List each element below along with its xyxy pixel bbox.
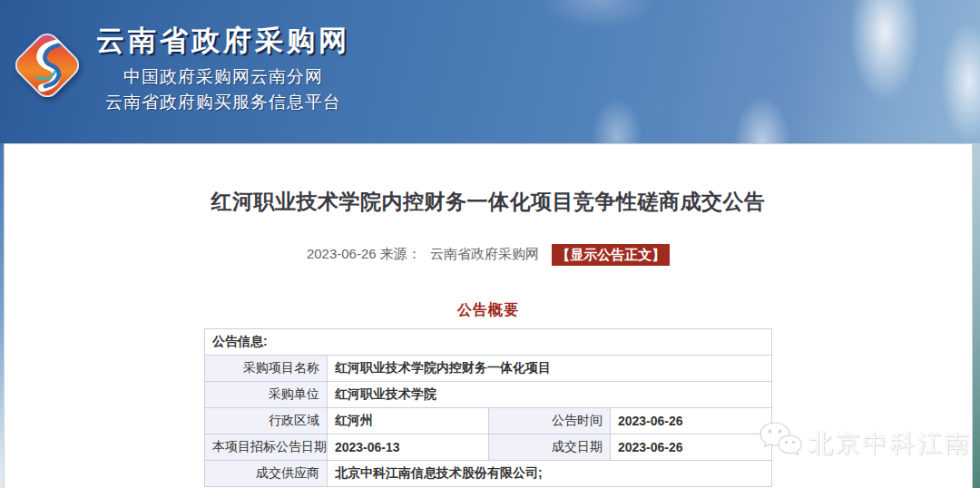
content-panel: 红河职业技术学院内控财务一体化项目竞争性磋商成交公告 2023-06-26 来源… <box>4 143 973 488</box>
source-label: 来源： <box>380 246 421 261</box>
site-titles: 云南省政府采购网 中国政府采购网云南分网 云南省政府购买服务信息平台 <box>91 24 356 115</box>
field-value-purchaser: 红河职业技术学院 <box>327 382 771 408</box>
table-row-region-publish: 行政区域 红河州 公告时间 2023-06-26 <box>204 408 771 434</box>
site-subtitle-2: 云南省政府购买服务信息平台 <box>91 90 356 115</box>
site-logo[interactable] <box>5 22 89 109</box>
page-title: 红河职业技术学院内控财务一体化项目竞争性磋商成交公告 <box>5 187 972 216</box>
section-title-summary: 公告概要 <box>5 302 972 317</box>
field-value-publish-time: 2023-06-26 <box>610 408 771 434</box>
table-row-project-name: 采购项目名称 红河职业技术学院内控财务一体化项目 <box>204 356 771 382</box>
source-name: 云南省政府采购网 <box>430 246 539 261</box>
field-label-publish-time: 公告时间 <box>488 408 610 434</box>
field-value-project-name: 红河职业技术学院内控财务一体化项目 <box>327 356 771 382</box>
info-header-cell: 公告信息: <box>204 329 771 356</box>
field-label-award-date: 成交日期 <box>488 434 610 461</box>
table-row-purchaser: 采购单位 红河职业技术学院 <box>204 382 771 408</box>
table-row-info-header: 公告信息: <box>204 329 771 356</box>
show-announcement-text-button[interactable]: 【显示公告正文】 <box>552 244 670 266</box>
announcement-summary-table: 公告信息: 采购项目名称 红河职业技术学院内控财务一体化项目 采购单位 红河职业… <box>204 328 772 487</box>
table-row-supplier: 成交供应商 北京中科江南信息技术股份有限公司; <box>204 461 771 487</box>
table-row-bid-dates: 本项目招标公告日期 2023-06-13 成交日期 2023-06-26 <box>204 434 771 461</box>
field-label-region: 行政区域 <box>204 408 327 434</box>
site-header: 云南省政府采购网 中国政府采购网云南分网 云南省政府购买服务信息平台 <box>0 0 980 143</box>
field-value-region: 红河州 <box>327 408 488 434</box>
announcement-date: 2023-06-26 <box>307 246 377 261</box>
field-label-purchaser: 采购单位 <box>204 382 327 408</box>
field-label-tender-date: 本项目招标公告日期 <box>204 434 327 461</box>
site-title: 云南省政府采购网 <box>91 24 356 58</box>
peacock-diamond-logo-icon <box>5 96 89 112</box>
field-label-project-name: 采购项目名称 <box>204 356 327 382</box>
field-value-tender-date: 2023-06-13 <box>327 434 488 461</box>
site-subtitle-1: 中国政府采购网云南分网 <box>91 64 356 90</box>
field-label-supplier: 成交供应商 <box>204 461 327 487</box>
field-value-supplier: 北京中科江南信息技术股份有限公司; <box>327 461 771 487</box>
announcement-meta: 2023-06-26 来源： 云南省政府采购网 【显示公告正文】 <box>5 243 972 266</box>
field-value-award-date: 2023-06-26 <box>610 434 771 461</box>
